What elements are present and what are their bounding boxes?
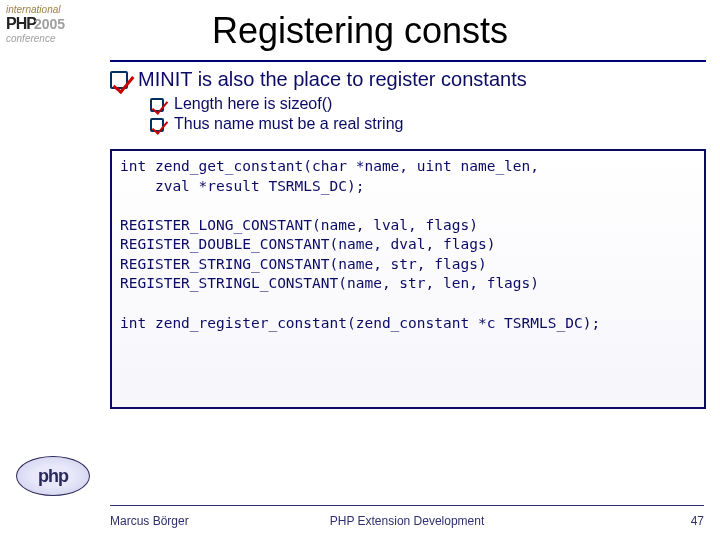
- title-divider: [110, 60, 706, 62]
- checkmark-icon: [150, 98, 164, 112]
- sub-bullet-list: Length here is sizeof() Thus name must b…: [150, 95, 706, 133]
- logo-line-3: conference: [6, 33, 106, 44]
- conference-logo-top: international PHP2005 conference: [6, 4, 106, 54]
- logo-line-2a: PHP: [6, 15, 36, 32]
- slide: international PHP2005 conference php Reg…: [0, 0, 720, 540]
- php-logo-text: php: [38, 466, 68, 487]
- main-bullet: MINIT is also the place to register cons…: [110, 68, 706, 91]
- main-bullet-text: MINIT is also the place to register cons…: [138, 68, 527, 91]
- code-block: int zend_get_constant(char *name, uint n…: [110, 149, 706, 409]
- slide-title: Registering consts: [0, 10, 720, 52]
- logo-line-1: international: [6, 4, 106, 15]
- footer-title: PHP Extension Development: [110, 514, 704, 528]
- content-area: MINIT is also the place to register cons…: [110, 68, 706, 540]
- checkmark-icon: [150, 118, 164, 132]
- logo-line-2b: 2005: [34, 16, 65, 32]
- footer-divider: [110, 505, 704, 506]
- sub-bullet-text: Thus name must be a real string: [174, 115, 403, 133]
- sub-bullet: Length here is sizeof(): [150, 95, 706, 113]
- checkmark-icon: [110, 71, 128, 89]
- footer: Marcus Börger PHP Extension Development …: [110, 508, 704, 528]
- sub-bullet: Thus name must be a real string: [150, 115, 706, 133]
- php-logo-bottom: php: [16, 456, 90, 496]
- sub-bullet-text: Length here is sizeof(): [174, 95, 332, 113]
